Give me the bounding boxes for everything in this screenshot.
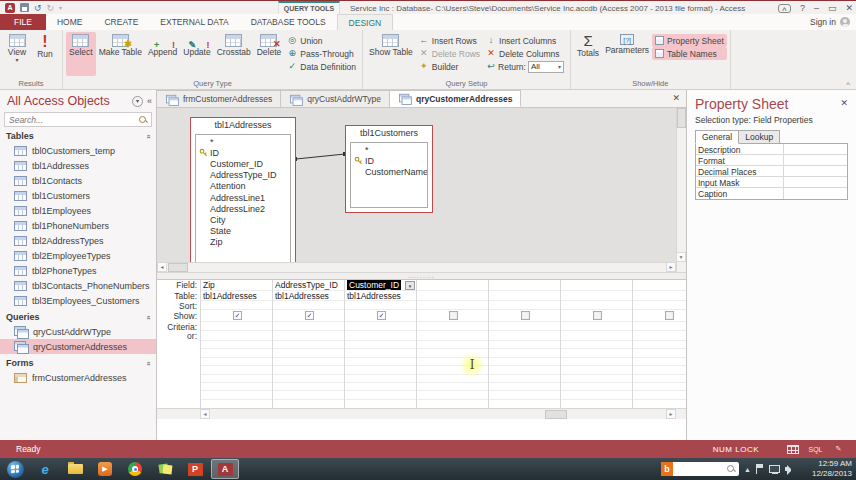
field-cell[interactable]: ▾ (561, 280, 632, 291)
nav-group-queries[interactable]: Queries » (0, 310, 156, 324)
property-sheet-tab[interactable]: General (695, 130, 739, 144)
or-cell[interactable] (201, 331, 272, 341)
scroll-left-icon[interactable]: ◄ (157, 262, 167, 272)
crosstab-button[interactable]: Crosstab (214, 32, 254, 76)
document-tab[interactable]: qryCustomerAddresses (390, 90, 521, 107)
table-cell[interactable]: tbl1Addresses (201, 291, 272, 301)
update-button[interactable]: ✎! Update (180, 32, 213, 76)
minimize-icon[interactable]: – (814, 2, 819, 14)
property-value-cell[interactable] (784, 144, 847, 154)
ribbon-display-options-icon[interactable]: ^ (778, 4, 791, 13)
collapse-ribbon-icon[interactable]: ^ (846, 80, 850, 89)
ribbon-tab[interactable]: DATABASE TOOLS (240, 14, 337, 30)
return-select[interactable]: All ▾ (528, 61, 564, 73)
nav-item-query[interactable]: qryCustomerAddresses (0, 339, 156, 354)
or-cell[interactable] (489, 331, 560, 341)
grid-horizontal-scrollbar[interactable]: ◄ ► (157, 408, 686, 419)
nav-item-table[interactable]: tbl0Customers_temp (0, 143, 156, 158)
volume-icon[interactable] (785, 464, 795, 474)
field-cell[interactable]: ▾ (633, 280, 686, 291)
design-view-icon[interactable]: ✎ (831, 443, 846, 455)
field-row[interactable]: AddressType_ID (196, 170, 290, 181)
sql-view-icon[interactable]: SQL (808, 443, 823, 455)
view-button[interactable]: View ▾ (3, 32, 31, 76)
field-cell[interactable]: ▾ (489, 280, 560, 291)
delete-rows-button[interactable]: ✕ Delete Rows (416, 47, 483, 60)
insert-columns-button[interactable]: ↓ Insert Columns (483, 34, 567, 47)
property-value-cell[interactable] (784, 166, 847, 176)
scroll-down-icon[interactable]: ▼ (676, 252, 686, 262)
field-row[interactable]: * (196, 136, 290, 147)
show-checkbox[interactable]: ✓ (305, 311, 314, 320)
delete-columns-button[interactable]: ✕ Delete Columns (483, 47, 567, 60)
ribbon-tab[interactable]: DESIGN (337, 14, 394, 30)
delete-query-button[interactable]: ✕ Delete (254, 32, 285, 76)
scrollbar-thumb[interactable] (168, 263, 188, 272)
field-cell[interactable]: Zip ▾ (201, 280, 272, 291)
show-hidden-icons[interactable]: ▲ (744, 466, 751, 473)
or-cell[interactable] (561, 331, 632, 341)
show-checkbox[interactable]: ✓ (377, 311, 386, 320)
field-row[interactable]: State (196, 226, 290, 237)
pane-splitter[interactable]: ......... (157, 272, 686, 280)
criteria-cell[interactable] (345, 322, 416, 331)
datasheet-view-icon[interactable] (785, 443, 800, 455)
sort-cell[interactable] (201, 301, 272, 310)
sort-cell[interactable] (273, 301, 344, 310)
run-button[interactable]: ! Run (31, 32, 59, 76)
save-icon[interactable] (20, 3, 29, 12)
qat-customize-icon[interactable]: ▾ (59, 3, 62, 13)
sort-cell[interactable] (489, 301, 560, 310)
field-list-tbl1Addresses[interactable]: tbl1Addresses * ID Customer_ID (190, 117, 296, 269)
nav-menu-dropdown-icon[interactable]: ▾ (132, 96, 143, 107)
table-cell[interactable]: tbl1Addresses (345, 291, 416, 301)
ribbon-tab[interactable]: HOME (46, 14, 94, 30)
scroll-left-icon[interactable]: ◄ (200, 409, 210, 419)
nav-item-table[interactable]: tbl1Contacts (0, 173, 156, 188)
taskbar-ie[interactable]: e (31, 459, 59, 479)
document-tab[interactable]: qryCustAddrWType (281, 90, 390, 107)
field-row[interactable]: AddressLine1 (196, 192, 290, 203)
criteria-cell[interactable] (201, 322, 272, 331)
sort-cell[interactable] (417, 301, 488, 310)
insert-rows-button[interactable]: ← Insert Rows (416, 34, 483, 47)
nav-group-forms[interactable]: Forms » (0, 356, 156, 370)
show-cell[interactable]: ✓ (561, 310, 632, 322)
field-row[interactable]: CustomerName (351, 166, 427, 177)
show-checkbox[interactable]: ✓ (449, 311, 458, 320)
union-button[interactable]: ◎ Union (284, 34, 359, 47)
taskbar-explorer[interactable] (61, 459, 89, 479)
property-sheet-tab[interactable]: Lookup (738, 130, 780, 144)
taskbar-sticky-notes[interactable] (151, 459, 179, 479)
field-cell[interactable]: AddressType_ID ▾ (273, 280, 344, 291)
ribbon-tab[interactable]: EXTERNAL DATA (149, 14, 239, 30)
nav-item-form[interactable]: frmCustomerAddresses (0, 370, 156, 385)
undo-icon[interactable]: ↺ (34, 3, 42, 13)
or-cell[interactable] (417, 331, 488, 341)
property-row[interactable]: Description (696, 144, 847, 155)
nav-item-table[interactable]: tbl2AddressTypes (0, 233, 156, 248)
table-cell[interactable] (633, 291, 686, 301)
criteria-cell[interactable] (633, 322, 686, 331)
nav-item-table[interactable]: tbl1Addresses (0, 158, 156, 173)
shutter-bar-icon[interactable]: « (147, 96, 152, 106)
parameters-button[interactable]: [?] Parameters (602, 32, 652, 76)
document-tab[interactable]: frmCustomerAddresses (157, 90, 281, 107)
or-cell[interactable] (633, 331, 686, 341)
show-table-button[interactable]: Show Table (366, 32, 416, 76)
scroll-right-icon[interactable]: ► (666, 262, 676, 272)
show-checkbox[interactable]: ✓ (233, 311, 242, 320)
field-row[interactable]: * (351, 144, 427, 155)
nav-item-table[interactable]: tbl2PhoneTypes (0, 263, 156, 278)
criteria-cell[interactable] (417, 322, 488, 331)
property-value-cell[interactable] (784, 155, 847, 165)
table-cell[interactable]: tbl1Addresses (273, 291, 344, 301)
scrollbar-thumb[interactable] (677, 108, 686, 128)
nav-item-table[interactable]: tbl1Customers (0, 188, 156, 203)
field-row[interactable]: City (196, 214, 290, 225)
show-cell[interactable]: ✓ (417, 310, 488, 322)
scrollbar-thumb[interactable] (545, 410, 567, 419)
builder-button[interactable]: ✦ Builder (416, 60, 483, 73)
property-row[interactable]: Decimal Places (696, 166, 847, 177)
search-input[interactable] (5, 115, 138, 125)
